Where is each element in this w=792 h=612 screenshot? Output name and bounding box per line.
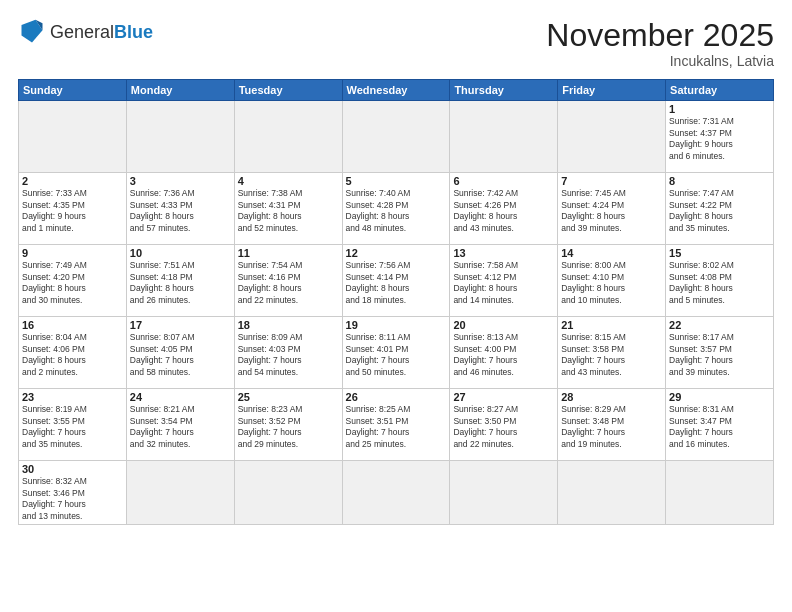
empty-cell — [342, 461, 450, 525]
day-8: 8 Sunrise: 7:47 AMSunset: 4:22 PMDayligh… — [666, 173, 774, 245]
table-row: 16 Sunrise: 8:04 AMSunset: 4:06 PMDaylig… — [19, 317, 774, 389]
day-number: 9 — [22, 247, 123, 259]
header-monday: Monday — [126, 80, 234, 101]
day-info: Sunrise: 8:25 AMSunset: 3:51 PMDaylight:… — [346, 404, 411, 448]
empty-cell — [342, 101, 450, 173]
day-22: 22 Sunrise: 8:17 AMSunset: 3:57 PMDaylig… — [666, 317, 774, 389]
empty-cell — [234, 101, 342, 173]
day-number: 1 — [669, 103, 770, 115]
day-info: Sunrise: 7:56 AMSunset: 4:14 PMDaylight:… — [346, 260, 411, 304]
day-number: 15 — [669, 247, 770, 259]
day-info: Sunrise: 8:17 AMSunset: 3:57 PMDaylight:… — [669, 332, 734, 376]
day-15: 15 Sunrise: 8:02 AMSunset: 4:08 PMDaylig… — [666, 245, 774, 317]
day-info: Sunrise: 7:36 AMSunset: 4:33 PMDaylight:… — [130, 188, 195, 232]
day-4: 4 Sunrise: 7:38 AMSunset: 4:31 PMDayligh… — [234, 173, 342, 245]
day-info: Sunrise: 7:33 AMSunset: 4:35 PMDaylight:… — [22, 188, 87, 232]
month-title: November 2025 — [546, 18, 774, 53]
day-number: 28 — [561, 391, 662, 403]
day-number: 4 — [238, 175, 339, 187]
day-number: 27 — [453, 391, 554, 403]
day-number: 16 — [22, 319, 123, 331]
day-info: Sunrise: 7:42 AMSunset: 4:26 PMDaylight:… — [453, 188, 518, 232]
day-info: Sunrise: 8:09 AMSunset: 4:03 PMDaylight:… — [238, 332, 303, 376]
day-number: 13 — [453, 247, 554, 259]
day-25: 25 Sunrise: 8:23 AMSunset: 3:52 PMDaylig… — [234, 389, 342, 461]
day-number: 10 — [130, 247, 231, 259]
day-info: Sunrise: 8:04 AMSunset: 4:06 PMDaylight:… — [22, 332, 87, 376]
day-info: Sunrise: 7:49 AMSunset: 4:20 PMDaylight:… — [22, 260, 87, 304]
day-number: 30 — [22, 463, 123, 475]
day-1: 1 Sunrise: 7:31 AMSunset: 4:37 PMDayligh… — [666, 101, 774, 173]
day-info: Sunrise: 8:32 AMSunset: 3:46 PMDaylight:… — [22, 476, 87, 520]
day-10: 10 Sunrise: 7:51 AMSunset: 4:18 PMDaylig… — [126, 245, 234, 317]
header-saturday: Saturday — [666, 80, 774, 101]
day-number: 26 — [346, 391, 447, 403]
table-row: 23 Sunrise: 8:19 AMSunset: 3:55 PMDaylig… — [19, 389, 774, 461]
day-13: 13 Sunrise: 7:58 AMSunset: 4:12 PMDaylig… — [450, 245, 558, 317]
day-info: Sunrise: 7:38 AMSunset: 4:31 PMDaylight:… — [238, 188, 303, 232]
day-18: 18 Sunrise: 8:09 AMSunset: 4:03 PMDaylig… — [234, 317, 342, 389]
day-info: Sunrise: 7:47 AMSunset: 4:22 PMDaylight:… — [669, 188, 734, 232]
day-number: 12 — [346, 247, 447, 259]
header-sunday: Sunday — [19, 80, 127, 101]
logo-area: GeneralBlue — [18, 18, 153, 46]
day-26: 26 Sunrise: 8:25 AMSunset: 3:51 PMDaylig… — [342, 389, 450, 461]
day-info: Sunrise: 8:27 AMSunset: 3:50 PMDaylight:… — [453, 404, 518, 448]
empty-cell — [450, 461, 558, 525]
day-number: 21 — [561, 319, 662, 331]
day-24: 24 Sunrise: 8:21 AMSunset: 3:54 PMDaylig… — [126, 389, 234, 461]
day-12: 12 Sunrise: 7:56 AMSunset: 4:14 PMDaylig… — [342, 245, 450, 317]
day-info: Sunrise: 7:40 AMSunset: 4:28 PMDaylight:… — [346, 188, 411, 232]
day-info: Sunrise: 7:45 AMSunset: 4:24 PMDaylight:… — [561, 188, 626, 232]
day-number: 6 — [453, 175, 554, 187]
day-info: Sunrise: 8:23 AMSunset: 3:52 PMDaylight:… — [238, 404, 303, 448]
empty-cell — [234, 461, 342, 525]
day-11: 11 Sunrise: 7:54 AMSunset: 4:16 PMDaylig… — [234, 245, 342, 317]
day-27: 27 Sunrise: 8:27 AMSunset: 3:50 PMDaylig… — [450, 389, 558, 461]
day-info: Sunrise: 8:07 AMSunset: 4:05 PMDaylight:… — [130, 332, 195, 376]
day-7: 7 Sunrise: 7:45 AMSunset: 4:24 PMDayligh… — [558, 173, 666, 245]
day-number: 3 — [130, 175, 231, 187]
day-number: 11 — [238, 247, 339, 259]
table-row: 9 Sunrise: 7:49 AMSunset: 4:20 PMDayligh… — [19, 245, 774, 317]
day-number: 18 — [238, 319, 339, 331]
day-info: Sunrise: 8:29 AMSunset: 3:48 PMDaylight:… — [561, 404, 626, 448]
header-friday: Friday — [558, 80, 666, 101]
day-number: 7 — [561, 175, 662, 187]
empty-cell — [19, 101, 127, 173]
empty-cell — [558, 101, 666, 173]
day-21: 21 Sunrise: 8:15 AMSunset: 3:58 PMDaylig… — [558, 317, 666, 389]
day-number: 24 — [130, 391, 231, 403]
day-6: 6 Sunrise: 7:42 AMSunset: 4:26 PMDayligh… — [450, 173, 558, 245]
table-row: 2 Sunrise: 7:33 AMSunset: 4:35 PMDayligh… — [19, 173, 774, 245]
header-tuesday: Tuesday — [234, 80, 342, 101]
day-info: Sunrise: 8:00 AMSunset: 4:10 PMDaylight:… — [561, 260, 626, 304]
day-3: 3 Sunrise: 7:36 AMSunset: 4:33 PMDayligh… — [126, 173, 234, 245]
day-number: 2 — [22, 175, 123, 187]
empty-cell — [558, 461, 666, 525]
title-area: November 2025 Incukalns, Latvia — [546, 18, 774, 69]
day-info: Sunrise: 8:19 AMSunset: 3:55 PMDaylight:… — [22, 404, 87, 448]
location: Incukalns, Latvia — [546, 53, 774, 69]
day-2: 2 Sunrise: 7:33 AMSunset: 4:35 PMDayligh… — [19, 173, 127, 245]
calendar: Sunday Monday Tuesday Wednesday Thursday… — [18, 79, 774, 525]
day-17: 17 Sunrise: 8:07 AMSunset: 4:05 PMDaylig… — [126, 317, 234, 389]
header: GeneralBlue November 2025 Incukalns, Lat… — [18, 18, 774, 69]
empty-cell — [126, 461, 234, 525]
day-info: Sunrise: 8:15 AMSunset: 3:58 PMDaylight:… — [561, 332, 626, 376]
empty-cell — [666, 461, 774, 525]
day-30: 30 Sunrise: 8:32 AMSunset: 3:46 PMDaylig… — [19, 461, 127, 525]
weekday-header-row: Sunday Monday Tuesday Wednesday Thursday… — [19, 80, 774, 101]
logo-icon — [18, 18, 46, 46]
day-14: 14 Sunrise: 8:00 AMSunset: 4:10 PMDaylig… — [558, 245, 666, 317]
day-info: Sunrise: 8:13 AMSunset: 4:00 PMDaylight:… — [453, 332, 518, 376]
day-number: 19 — [346, 319, 447, 331]
day-info: Sunrise: 7:58 AMSunset: 4:12 PMDaylight:… — [453, 260, 518, 304]
day-20: 20 Sunrise: 8:13 AMSunset: 4:00 PMDaylig… — [450, 317, 558, 389]
day-number: 17 — [130, 319, 231, 331]
day-number: 25 — [238, 391, 339, 403]
day-number: 5 — [346, 175, 447, 187]
logo-text: GeneralBlue — [50, 22, 153, 43]
day-info: Sunrise: 8:02 AMSunset: 4:08 PMDaylight:… — [669, 260, 734, 304]
table-row: 1 Sunrise: 7:31 AMSunset: 4:37 PMDayligh… — [19, 101, 774, 173]
